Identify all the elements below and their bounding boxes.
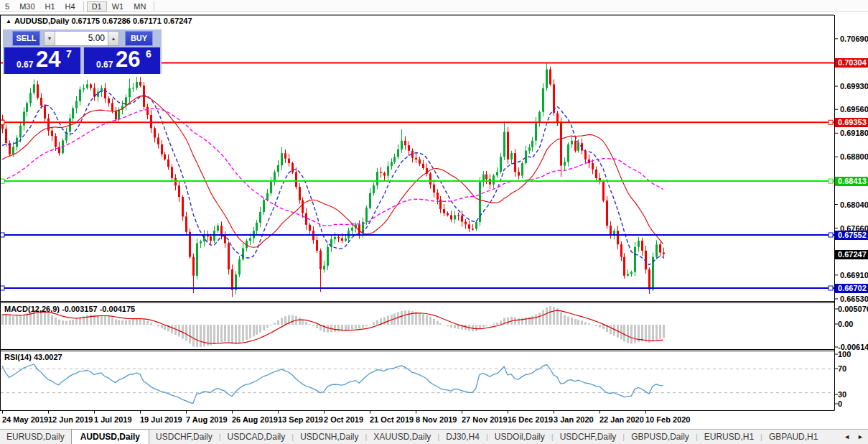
trading-terminal: { "toolbar": { "timeframes": ["5", "M30"…	[0, 0, 868, 444]
chart-tab-usdcad-daily[interactable]: USDCAD,Daily	[221, 430, 292, 444]
sell-price-box[interactable]: 0.67 24 7	[4, 47, 80, 74]
sell-price-sup: 7	[66, 48, 72, 60]
price-level-badge: 0.70304	[835, 58, 868, 68]
chart-tab-usdchf-daily[interactable]: USDCHF,Daily	[554, 430, 623, 444]
chart-tab-dj30-h4[interactable]: DJ30,H4	[439, 430, 486, 444]
chart-tab-eurusd-h1[interactable]: EURUSD,H1	[698, 430, 760, 444]
tab-scroll-right-icon[interactable]: ►	[857, 433, 864, 441]
date-tick-label: 3 Jan 2020	[554, 415, 594, 424]
date-tick-label: 1 Jul 2019	[94, 415, 132, 424]
chart-title-text: AUDUSD,Daily 0.67175 0.67286 0.67171 0.6…	[14, 17, 192, 25]
collapse-panel-icon[interactable]: ▲	[6, 18, 11, 24]
date-tick-label: 13 Sep 2019	[278, 415, 323, 424]
chart-tab-eurusd-daily[interactable]: EURUSD,Daily	[0, 430, 71, 444]
current-price-badge: 0.67247	[835, 250, 868, 259]
price-tick-label: 0.69930	[840, 82, 868, 91]
chart-tab-usdchf-daily[interactable]: USDCHF,Daily	[149, 430, 219, 444]
volume-decrease-button[interactable]: ▼	[44, 31, 55, 46]
price-line-handle[interactable]	[829, 179, 833, 183]
chart-tab-usdoil-daily[interactable]: USDOil,Daily	[488, 430, 551, 444]
date-tick-label: 2 Oct 2019	[324, 415, 363, 424]
price-tick-label: 0.66530	[840, 295, 868, 303]
sell-button[interactable]: SELL	[12, 31, 40, 46]
volume-input[interactable]: 5.00	[55, 31, 108, 46]
price-level-badge: 0.66702	[835, 284, 868, 293]
chart-tab-bar: EURUSD,DailyAUDUSD,DailyUSDCHF,Daily|USD…	[0, 429, 868, 444]
chart-title: ▲AUDUSD,Daily 0.67175 0.67286 0.67171 0.…	[6, 17, 192, 25]
price-level-badge: 0.67552	[835, 231, 868, 240]
chart-tab-gbpaud-h1[interactable]: GBPAUD,H1	[762, 430, 824, 444]
date-tick-label: 16 Dec 2019	[508, 415, 553, 424]
rsi-axis-label: 100	[838, 350, 851, 359]
price-tick-label: 0.69560	[840, 105, 868, 114]
date-tick-label: 22 Jan 2020	[599, 415, 644, 424]
buy-price-small: 0.67	[96, 60, 113, 70]
date-tick-label: 7 Aug 2019	[186, 415, 228, 424]
tab-scroll-left-icon[interactable]: ◄	[844, 433, 850, 441]
sell-price-big: 24	[36, 47, 60, 73]
date-tick-label: 12 Jun 2019	[48, 415, 93, 424]
date-tick-label: 10 Feb 2020	[645, 415, 690, 424]
price-line-handle[interactable]	[829, 120, 833, 124]
date-tick-label: 8 Nov 2019	[416, 415, 457, 424]
buy-button[interactable]: BUY	[125, 31, 153, 46]
date-tick-label: 24 May 2019	[2, 415, 48, 424]
buy-price-sup: 6	[146, 48, 151, 60]
chart-tab-gbpusd-daily[interactable]: GBPUSD,Daily	[625, 430, 696, 444]
moving-average-40	[2, 108, 663, 226]
date-tick-label: 19 Jul 2019	[140, 415, 182, 424]
buy-price-big: 26	[116, 47, 140, 73]
chart-tab-audusd-daily[interactable]: AUDUSD,Daily	[71, 429, 149, 444]
date-tick-label: 27 Nov 2019	[462, 415, 508, 424]
price-tick-label: 0.68040	[840, 200, 868, 209]
rsi-label: RSI(14) 43.0027	[4, 353, 62, 361]
candlestick-series	[1, 63, 665, 297]
macd-axis-label: 0.005076	[838, 305, 868, 313]
price-tick-label: 0.69180	[840, 129, 868, 137]
moving-average-8	[2, 91, 663, 265]
price-level-badge: 0.69353	[835, 118, 868, 127]
price-tick-label: 0.68800	[840, 152, 868, 161]
rsi-line	[2, 364, 663, 404]
chart-tab-xauusd-daily[interactable]: XAUUSD,Daily	[367, 430, 437, 444]
rsi-axis-label: 30	[838, 390, 846, 399]
moving-average-20	[2, 96, 663, 247]
volume-increase-button[interactable]: ▲	[108, 31, 119, 46]
sell-price-small: 0.67	[17, 60, 33, 70]
price-level-badge: 0.68413	[835, 177, 868, 186]
price-tick-label: 0.66910	[840, 271, 868, 279]
rsi-axis-label: 70	[838, 364, 846, 373]
buy-price-box[interactable]: 0.67 26 6	[84, 47, 160, 74]
macd-axis-label: 0.00	[838, 320, 853, 328]
tab-scroll-buttons: ◄ ►	[844, 433, 864, 441]
rsi-axis-label: 0	[838, 399, 842, 408]
macd-label: MACD(12,26,9) -0.003157 -0.004175	[4, 305, 135, 313]
price-line-handle[interactable]	[829, 286, 833, 290]
price-tick-label: 0.70690	[840, 34, 868, 43]
date-tick-label: 26 Aug 2019	[232, 415, 278, 424]
price-line-handle[interactable]	[829, 233, 833, 237]
one-click-trade-panel: SELL ▼ 5.00 ▲ BUY 0.67 24 7 0.67 26 6	[3, 29, 162, 74]
chart-tab-usdcnh-daily[interactable]: USDCNH,Daily	[294, 430, 365, 444]
date-tick-label: 21 Oct 2019	[370, 415, 414, 424]
